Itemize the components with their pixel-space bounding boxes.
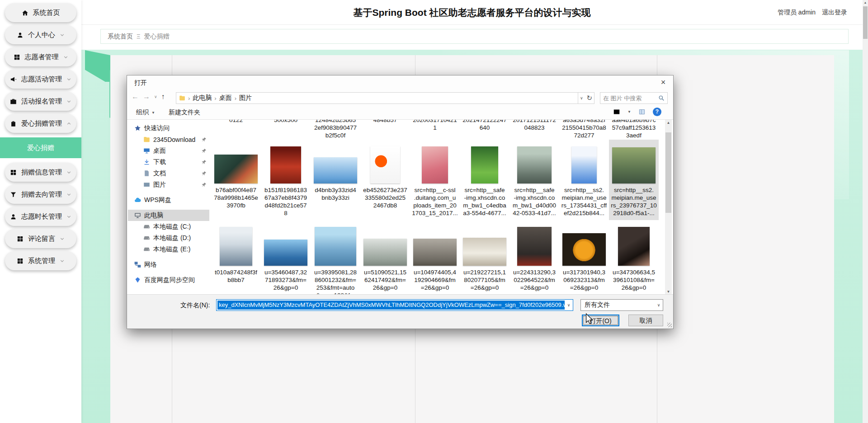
tree-item[interactable]: 本地磁盘 (C:) — [128, 221, 209, 232]
breadcrumb-separator-icon: Ξ — [137, 33, 140, 40]
history-dropdown-icon[interactable]: ∨ — [154, 94, 157, 99]
organize-button[interactable]: 组织 — [136, 108, 149, 117]
tree-item[interactable]: 2345Download — [128, 134, 209, 145]
file-thumbnail — [370, 146, 400, 183]
breadcrumb-home[interactable]: 系统首页 — [108, 33, 133, 41]
sidebar-item[interactable]: 评论留言 — [5, 229, 76, 248]
file-item[interactable]: src=http__safe -img.xhscdn.co m_bw1_c4ed… — [460, 140, 509, 220]
tree-item[interactable]: 桌面 — [128, 145, 209, 156]
dialog-titlebar[interactable]: 打开 × — [127, 75, 673, 90]
tree-item[interactable]: 下载 — [128, 156, 209, 168]
file-thumbnail-wrap — [618, 224, 650, 266]
forward-icon[interactable]: → — [143, 93, 150, 101]
views-dropdown-icon[interactable]: ▼ — [627, 110, 631, 114]
file-item[interactable]: a63a5d748a32f 21550415b70a8 72d277 — [559, 120, 609, 140]
file-thumbnail — [220, 227, 252, 266]
address-path-segment[interactable]: 桌面 — [219, 94, 232, 102]
logout-link[interactable]: 退出登录 — [822, 9, 847, 17]
search-icon[interactable] — [658, 95, 665, 101]
address-path-segment[interactable]: 此电脑 — [193, 94, 212, 102]
file-item[interactable]: eb4526273e237 335580d2ed25 2467db8 — [360, 140, 410, 220]
filename-input[interactable]: key_dXNlcnMvMjM5NzY3MzcvMTAyOTE4ZDAtZjVh… — [216, 299, 573, 311]
file-item[interactable]: 124842d25b65 2ef9083b90477 b2f5c0f — [311, 120, 360, 140]
sidebar-item[interactable]: 捐赠去向管理 — [5, 185, 76, 204]
scrollbar-thumb[interactable] — [863, 6, 868, 39]
filetype-value: 所有文件 — [585, 301, 610, 309]
tree-item-label: 百度网盘同步空间 — [144, 276, 195, 284]
new-folder-button[interactable]: 新建文件夹 — [169, 108, 200, 117]
file-item[interactable]: 500x500 — [261, 120, 311, 140]
breadcrumb-current: 爱心捐赠 — [144, 33, 169, 41]
file-item[interactable]: u=51090521,15 62417492&fm= 26&gp=0 — [360, 224, 410, 295]
sidebar-item[interactable]: 志愿时长管理 — [5, 207, 76, 226]
file-grid-scrollbar[interactable]: ▲ ▼ — [665, 120, 672, 295]
tree-item[interactable]: 快速访问 — [128, 122, 209, 134]
address-dropdown-icon[interactable]: ∨ — [580, 96, 583, 100]
file-item[interactable]: 2021472122247 640 — [460, 120, 509, 140]
sidebar-item[interactable]: 爱心捐赠管理 — [5, 114, 76, 133]
file-item[interactable]: u=35460487,32 71893273&fm= 26&gp=0 — [261, 224, 311, 295]
back-icon[interactable]: ← — [132, 93, 139, 101]
cancel-button[interactable]: 取消 — [628, 315, 663, 326]
address-path-segment[interactable]: 图片 — [239, 94, 252, 102]
filename-dropdown-icon[interactable]: ∨ — [565, 303, 573, 307]
tree-item[interactable]: 此电脑 — [128, 210, 209, 221]
address-breadcrumb[interactable]: ›此电脑›桌面›图片 — [176, 92, 578, 104]
resize-grip[interactable] — [667, 323, 672, 327]
file-name: u=224313290,3 022964522&fm =26&gp=0 — [513, 268, 556, 295]
change-view-icon[interactable] — [612, 108, 621, 115]
close-icon[interactable]: × — [654, 76, 673, 89]
file-name: src=http__ss2. meipian.me_use rs_2397673… — [611, 186, 656, 220]
page-scrollbar[interactable]: ▲ — [863, 0, 868, 423]
sidebar-item[interactable]: 志愿者管理 — [5, 47, 76, 66]
file-thumbnail-wrap — [315, 224, 356, 266]
tree-item[interactable]: 文档 — [128, 168, 209, 179]
refresh-icon[interactable]: ↻ — [587, 94, 593, 102]
help-icon[interactable]: ? — [653, 108, 661, 116]
file-item[interactable]: t010a874248f3f b8bb7 — [211, 224, 261, 295]
file-item[interactable]: u=39395081,28 86001232&fm= 253&fmt=auto … — [311, 224, 360, 295]
tree-item[interactable]: WPS网盘 — [128, 194, 209, 206]
sidebar-item[interactable]: 活动报名管理 — [5, 92, 76, 111]
sidebar-item[interactable]: 个人中心 — [5, 25, 76, 44]
file-item[interactable]: u=347306634,5 39610108&fm= 26&gp=0 — [609, 224, 659, 295]
tree-item[interactable]: 网络 — [128, 259, 209, 270]
file-thumbnail-wrap — [517, 224, 552, 266]
search-input[interactable] — [600, 95, 658, 102]
file-item[interactable]: u=219227215,1 802077105&fm =26&gp=0 — [460, 224, 509, 295]
tree-item[interactable]: 百度网盘同步空间 — [128, 274, 209, 286]
file-item[interactable]: 4848b57 — [360, 120, 410, 140]
file-item[interactable]: src=http__safe -img.xhscdn.co m_bw1_d40d… — [509, 140, 559, 220]
tree-item[interactable]: 图片 — [128, 179, 209, 190]
file-item[interactable]: src=http__ss2. meipian.me_use rs_1735443… — [559, 140, 609, 220]
file-item[interactable]: 2020031710421 1 — [410, 120, 460, 140]
file-item[interactable]: b76abf00f4e87 78a9998b1465e 3970fb — [211, 140, 261, 220]
file-item[interactable]: 0122 — [211, 120, 261, 140]
filetype-select[interactable]: 所有文件 ∨ — [580, 299, 663, 311]
chevron-down-icon — [60, 258, 65, 263]
file-item[interactable]: d4bnb3y33zid4 bnb3y33zi — [311, 140, 360, 220]
scrollbar-thumb[interactable] — [665, 132, 671, 213]
scroll-up-icon[interactable]: ▲ — [665, 120, 672, 126]
preview-pane-icon[interactable] — [637, 108, 646, 115]
file-item[interactable]: u=104974405,4 192904669&fm =26&gp=0 — [410, 224, 460, 295]
sidebar-subitem-active[interactable]: 爱心捐赠 — [0, 137, 81, 158]
up-icon[interactable]: ↑ — [161, 93, 165, 101]
file-item[interactable]: u=224313290,3 022964522&fm =26&gp=0 — [509, 224, 559, 295]
file-item[interactable]: b151f81986183 67a37eb8f4379 d48fd2b21ce5… — [261, 140, 311, 220]
file-thumbnail-wrap — [264, 224, 307, 266]
file-name: b76abf00f4e87 78a9998b1465e 3970fb — [214, 186, 258, 220]
sidebar-item[interactable]: 捐赠信息管理 — [5, 163, 76, 182]
file-item[interactable]: u=317301940,3 069232313&fm =26&gp=0 — [559, 224, 609, 295]
file-item[interactable]: aae4b1a6b9b7c 57c9aff1253613 3aedf — [609, 120, 659, 140]
sidebar-item[interactable]: 志愿活动管理 — [5, 70, 76, 89]
sidebar-item[interactable]: 系统首页 — [5, 3, 76, 22]
tree-item[interactable]: 本地磁盘 (E:) — [128, 244, 209, 255]
grid-icon — [17, 258, 24, 264]
tree-item[interactable]: 本地磁盘 (D:) — [128, 232, 209, 244]
file-item[interactable]: src=http__c-ssl .duitang.com_u ploads_it… — [410, 140, 460, 220]
sidebar-item[interactable]: 系统管理 — [5, 251, 76, 270]
file-item[interactable]: src=http__ss2. meipian.me_use rs_2397673… — [609, 140, 659, 220]
file-item[interactable]: 2017121511172 048823 — [509, 120, 559, 140]
scroll-up-icon[interactable]: ▲ — [863, 0, 868, 5]
